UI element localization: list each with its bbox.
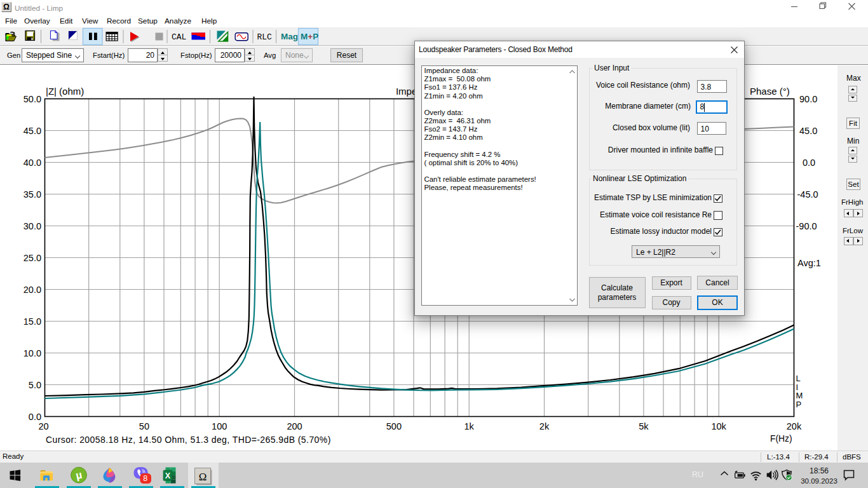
svg-text:50: 50 [139, 421, 149, 431]
svg-text:5k: 5k [639, 421, 649, 431]
svg-text:30.0: 30.0 [24, 221, 41, 231]
svg-text:90.0: 90.0 [799, 94, 817, 104]
svg-text:100: 100 [212, 421, 227, 431]
svg-text:Ω: Ω [199, 471, 207, 483]
svg-text:CAL: CAL [172, 32, 186, 42]
svg-text:F(Hz): F(Hz) [770, 434, 792, 444]
svg-text:10k: 10k [711, 421, 726, 431]
svg-text:Cursor: 20058.18 Hz, 14.50 Ohm: Cursor: 20058.18 Hz, 14.50 Ohm, 51.3 deg… [46, 435, 331, 445]
svg-text:50.0: 50.0 [24, 94, 41, 104]
svg-text:20: 20 [38, 421, 48, 431]
svg-text:20k: 20k [787, 421, 802, 431]
svg-text:|Z| (ohm): |Z| (ohm) [46, 86, 84, 97]
svg-text:200: 200 [287, 421, 302, 431]
svg-text:20.0: 20.0 [24, 285, 41, 295]
svg-text:500: 500 [386, 421, 402, 431]
svg-text:0.0: 0.0 [803, 158, 815, 168]
svg-text:35.0: 35.0 [24, 189, 41, 200]
svg-text:45.0: 45.0 [799, 126, 817, 136]
svg-text:Avg:1: Avg:1 [797, 258, 821, 268]
svg-text:1k: 1k [465, 421, 475, 431]
svg-text:2k: 2k [539, 421, 550, 431]
svg-text:RLC: RLC [257, 32, 273, 42]
svg-text:M+P: M+P [301, 32, 318, 41]
svg-text:5.0: 5.0 [29, 380, 41, 390]
svg-text:P: P [796, 400, 802, 409]
svg-text:Phase (°): Phase (°) [750, 86, 790, 97]
svg-text:8: 8 [143, 474, 147, 483]
svg-text:15.0: 15.0 [24, 316, 41, 327]
svg-text:45.0: 45.0 [24, 126, 41, 136]
svg-text:X: X [165, 471, 171, 480]
svg-text:-45.0: -45.0 [797, 189, 818, 200]
svg-text:Mag: Mag [281, 32, 298, 41]
svg-text:25.0: 25.0 [24, 253, 41, 263]
svg-text:10.0: 10.0 [24, 348, 41, 358]
svg-text:-90.0: -90.0 [796, 221, 817, 231]
svg-text:0.0: 0.0 [29, 412, 41, 422]
svg-text:40.0: 40.0 [24, 158, 41, 168]
